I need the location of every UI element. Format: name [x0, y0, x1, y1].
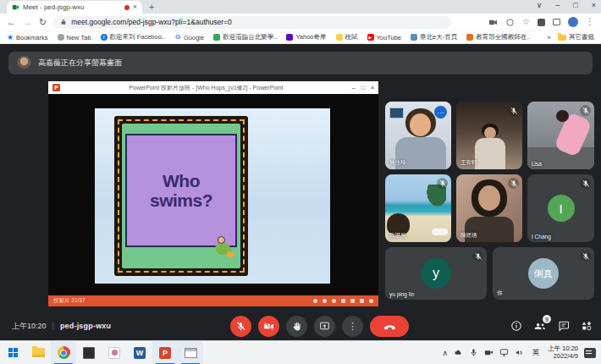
activities-icon[interactable]	[581, 320, 593, 332]
bookmark-item[interactable]: f歡迎來到 Faceboo..	[101, 33, 165, 41]
all-slides-icon[interactable]	[341, 299, 345, 303]
zoom-slide-icon[interactable]	[350, 299, 355, 303]
participants-icon[interactable]: 9	[533, 319, 547, 333]
bookmark-item[interactable]: 稅賦	[336, 33, 358, 41]
start-button[interactable]	[0, 341, 25, 364]
participant-grid: ⋯ 吳佳玲 王宥軒 Lisa	[385, 102, 594, 300]
slide-photo: Who swims?	[95, 108, 330, 284]
display-tray-icon[interactable]	[499, 348, 509, 357]
minimize-button[interactable]: –	[555, 1, 560, 9]
extensions-icon[interactable]	[538, 19, 545, 26]
participant-name: I Chang	[532, 234, 551, 240]
participant-tile[interactable]: Lisa	[527, 102, 594, 169]
participant-tile[interactable]: 陳煜琇	[456, 174, 522, 242]
bookmark-item[interactable]: 歡迎蒞臨台北樂學..	[213, 33, 277, 41]
bookmark-item[interactable]: New Tab	[58, 34, 91, 41]
pen-icon[interactable]	[323, 299, 327, 303]
powerpoint-taskbar-button[interactable]: P	[152, 341, 178, 364]
window-taskbar-button[interactable]	[178, 341, 203, 364]
forward-button[interactable]: →	[23, 18, 32, 27]
bookmark-item[interactable]: ★Bookmarks	[7, 34, 48, 41]
camera-tray-icon[interactable]	[484, 348, 493, 357]
tab-strip: Meet - ped-jsgp-wxu × + ∨ – □ ×	[0, 0, 601, 14]
ime-language-indicator[interactable]: 英	[530, 347, 542, 359]
participant-name: 你	[497, 290, 503, 297]
more-options-icon[interactable]	[369, 299, 373, 303]
participant-tile[interactable]: 政澄吳	[385, 174, 451, 242]
avatar: 俐真	[528, 258, 559, 289]
overflow-icon[interactable]: »	[547, 33, 551, 41]
participant-tile[interactable]: ⋯ 吳佳玲	[385, 102, 451, 169]
ppt-maximize-button[interactable]: □	[361, 85, 365, 91]
app-taskbar-button[interactable]	[76, 341, 102, 364]
camera-in-use-icon[interactable]	[488, 18, 498, 27]
camera-off-button[interactable]	[258, 316, 279, 337]
leave-call-button[interactable]	[370, 316, 409, 337]
back-button[interactable]: ←	[7, 18, 16, 27]
meet-main: 高嘉薇正在分享螢幕畫面 P PowerPoint 投影片放映 - [Who Ho…	[0, 44, 601, 340]
microphone-tray-icon[interactable]	[469, 348, 478, 357]
window-controls: ∨ – □ ×	[537, 1, 596, 9]
bookmark-item[interactable]: 教育部全國教師在..	[466, 33, 530, 41]
ppt-close-button[interactable]: ×	[371, 85, 374, 91]
participant-name: 政澄吳	[389, 232, 406, 240]
avatar: y	[421, 258, 451, 289]
browser-menu-icon[interactable]: ⋮	[586, 18, 594, 26]
side-panel-icon[interactable]	[553, 19, 560, 25]
volume-tray-icon[interactable]	[515, 348, 524, 357]
tile-more-button[interactable]: ⋯	[434, 106, 447, 119]
site-icon	[411, 34, 417, 41]
other-bookmarks[interactable]: 其它書籤	[558, 33, 594, 41]
address-bar[interactable]: meet.google.com/ped-jsgp-wxu?pli=1&authu…	[53, 16, 451, 29]
previous-slide-icon[interactable]	[313, 299, 317, 303]
laser-icon[interactable]	[332, 299, 336, 303]
cartoon-character	[212, 235, 234, 257]
meeting-details-icon[interactable]	[510, 320, 522, 332]
reload-button[interactable]: ↻	[39, 18, 47, 27]
powerpoint-window-controls: – □ ×	[352, 85, 374, 91]
raise-hand-button[interactable]	[286, 316, 307, 337]
system-clock[interactable]: 上午 10:20 2022/4/9	[548, 345, 578, 360]
app-taskbar-button[interactable]	[102, 341, 127, 364]
word-taskbar-button[interactable]: W	[127, 341, 152, 364]
more-options-button[interactable]: ⋮	[342, 316, 363, 337]
slide-area: Who swims?	[48, 94, 378, 295]
participants-count-badge: 9	[543, 315, 551, 323]
hidden-icons-caret[interactable]: ∧	[443, 349, 449, 357]
chat-icon[interactable]	[558, 320, 570, 332]
url-text: meet.google.com/ped-jsgp-wxu?pli=1&authu…	[71, 18, 231, 26]
bookmark-star-icon[interactable]: ☆	[522, 18, 530, 26]
bookmark-item[interactable]: ▶YouTube	[367, 34, 401, 41]
present-button[interactable]	[314, 316, 335, 337]
screen: Meet - ped-jsgp-wxu × + ∨ – □ × ← → ↻ me…	[0, 0, 601, 364]
browser-tab[interactable]: Meet - ped-jsgp-wxu ×	[7, 1, 142, 14]
youtube-icon: ▶	[367, 34, 374, 41]
windows-taskbar: W P ∧ 英 上午 10:20 2022/4/9	[0, 340, 601, 364]
notification-center-icon[interactable]	[584, 348, 596, 358]
bookmark-item[interactable]: Yahoo奇摩	[286, 33, 326, 41]
maximize-button[interactable]: □	[573, 1, 577, 9]
facebook-icon: f	[101, 34, 108, 41]
chrome-taskbar-button[interactable]	[51, 341, 76, 364]
ppt-minimize-button[interactable]: –	[352, 85, 356, 91]
new-tab-button[interactable]: +	[149, 2, 154, 12]
subtitle-icon[interactable]	[360, 299, 364, 303]
onedrive-icon[interactable]	[454, 348, 463, 357]
profile-avatar[interactable]	[568, 17, 578, 27]
tab-search-icon[interactable]: ∨	[537, 1, 543, 9]
google-icon: G	[174, 34, 181, 41]
participant-tile[interactable]: 俐真 你	[493, 247, 594, 300]
bookmark-item[interactable]: 臺北e大-首頁	[411, 33, 457, 41]
participant-tile[interactable]: 王宥軒	[456, 102, 522, 169]
globe-icon	[58, 34, 64, 41]
bookmark-item[interactable]: GGoogle	[174, 34, 204, 41]
close-button[interactable]: ×	[592, 1, 596, 9]
share-icon[interactable]	[505, 18, 515, 27]
meet-panel-buttons: 9	[510, 319, 593, 333]
participant-tile[interactable]: I I Chang	[527, 174, 594, 242]
file-explorer-button[interactable]	[25, 341, 51, 364]
mic-off-button[interactable]	[230, 316, 251, 337]
tab-close-icon[interactable]: ×	[133, 3, 137, 11]
participant-tile[interactable]: y yu ping lin	[385, 247, 487, 300]
shared-screen[interactable]: P PowerPoint 投影片放映 - [Who Hops_(v1修2] - …	[48, 81, 378, 306]
